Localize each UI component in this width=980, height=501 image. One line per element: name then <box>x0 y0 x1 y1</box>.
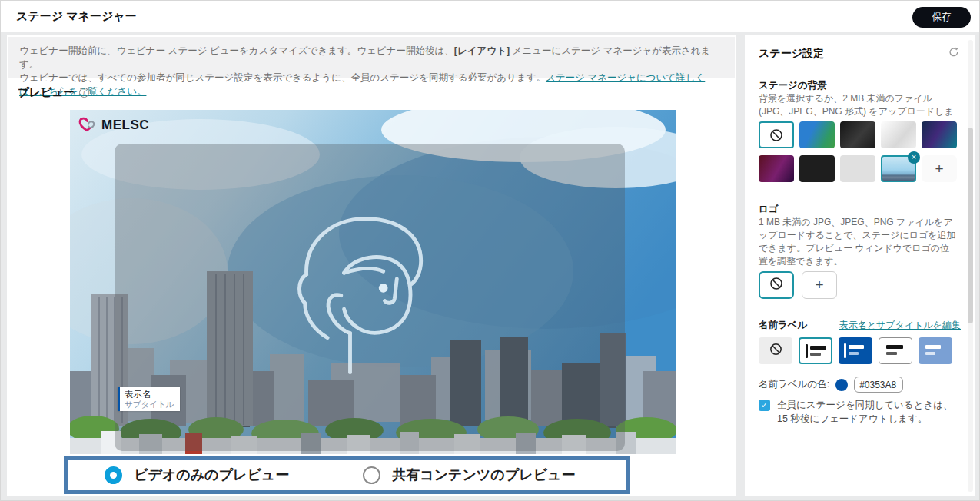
sync-fadeout-checkbox-row[interactable]: ✓ 全員にステージを同期しているときは、15 秒後にフェードアウトします。 <box>759 399 960 426</box>
sync-fadeout-label: 全員にステージを同期しているときは、15 秒後にフェードアウトします。 <box>777 399 960 426</box>
face-placeholder-icon <box>272 183 468 382</box>
page-title: ステージ マネージャー <box>16 9 137 24</box>
info-line1-pre: ウェビナー開始前に、ウェビナー ステージ ビューをカスタマイズできます。ウェビナ… <box>19 45 454 56</box>
radio-shared-content-label: 共有コンテンツのプレビュー <box>392 466 575 484</box>
background-section-title: ステージの背景 <box>759 79 827 92</box>
add-icon: + <box>935 161 943 178</box>
name-label-color-label: 名前ラベルの色: <box>759 378 829 391</box>
name-label-style-none[interactable] <box>759 337 792 364</box>
info-line1-bold: [レイアウト] <box>454 45 510 56</box>
name-label-style-periwinkle[interactable] <box>919 337 952 364</box>
radio-selected-icon[interactable] <box>105 466 122 484</box>
refresh-icon[interactable] <box>948 47 959 60</box>
name-label-color-row: 名前ラベルの色: <box>759 377 903 393</box>
save-button[interactable]: 保存 <box>912 7 971 28</box>
radio-video-only[interactable]: ビデオのみのプレビュー <box>105 466 289 484</box>
name-label-style-row <box>759 337 952 364</box>
background-thumb-add[interactable]: + <box>922 155 957 182</box>
top-header: ステージ マネージャー 保存 <box>1 1 980 32</box>
name-label-style-dark-blue[interactable] <box>839 337 872 364</box>
name-label-section-title: 名前ラベル <box>759 319 807 332</box>
radio-unselected-icon[interactable] <box>363 466 380 484</box>
name-label-style-light-left-bar[interactable] <box>799 337 832 364</box>
remove-thumbnail-icon[interactable]: × <box>908 151 920 164</box>
stage-settings-sidebar: ステージ設定 ステージの背景 背景を選択するか、2 MB 未満のファイル (JP… <box>745 35 975 496</box>
video-tile: 表示名 サブタイトル <box>115 144 625 451</box>
background-thumb-light-gray[interactable] <box>840 155 875 182</box>
background-thumb-silver[interactable] <box>881 121 916 148</box>
stage-manager-screen: ステージ マネージャー 保存 ウェビナー開始前に、ウェビナー ステージ ビューを… <box>0 0 980 501</box>
background-thumb-red-purple[interactable] <box>759 155 794 182</box>
logo-option-row: + <box>759 271 837 299</box>
logo-section-description: 1 MB 未満の JPG、JPEG、PNG ファイルをアップロードすることで、ス… <box>759 216 957 268</box>
edit-display-name-link[interactable]: 表示名とサブタイトルを編集 <box>839 319 961 332</box>
sidebar-scrollbar-thumb[interactable] <box>968 128 973 323</box>
main-panel: ウェビナー開始前に、ウェビナー ステージ ビューをカスタマイズできます。ウェビナ… <box>7 35 736 496</box>
name-label-style-light-plain[interactable] <box>879 337 912 364</box>
name-label-color-input[interactable] <box>854 377 903 393</box>
heart-logo-icon <box>78 116 98 134</box>
info-icon[interactable]: i <box>79 88 89 98</box>
subtitle-text: サブタイトル <box>125 400 174 409</box>
radio-video-only-label: ビデオのみのプレビュー <box>134 466 289 484</box>
add-icon: + <box>815 277 823 294</box>
background-thumb-dark-wave[interactable] <box>840 121 875 148</box>
background-thumb-city-photo[interactable]: × <box>881 155 916 182</box>
preview-section-title: プレビュー <box>18 85 75 100</box>
name-label-color-swatch[interactable] <box>835 379 848 391</box>
background-thumb-blue-green[interactable] <box>799 121 835 148</box>
preview-heading: プレビュー i <box>18 83 89 101</box>
info-banner: ウェビナー開始前に、ウェビナー ステージ ビューをカスタマイズできます。ウェビナ… <box>8 37 735 78</box>
no-background-icon <box>769 128 784 143</box>
logo-option-none[interactable] <box>759 271 794 299</box>
checkbox-check-icon[interactable]: ✓ <box>759 400 770 411</box>
background-thumb-teal-purple[interactable] <box>922 121 957 148</box>
info-line2-text: ウェビナーでは、すべての参加者が同じステージ設定を表示できるように、全員のステー… <box>19 72 546 83</box>
stage-logo[interactable]: MELSC <box>78 116 149 134</box>
no-name-label-icon <box>769 342 783 360</box>
background-thumb-black[interactable] <box>799 155 835 182</box>
radio-shared-content[interactable]: 共有コンテンツのプレビュー <box>363 466 575 484</box>
logo-option-add[interactable]: + <box>802 271 837 299</box>
background-thumb-none[interactable] <box>759 121 794 148</box>
stage-logo-text: MELSC <box>101 118 149 133</box>
logo-section-title: ロゴ <box>759 203 779 216</box>
sidebar-title: ステージ設定 <box>759 47 824 61</box>
no-logo-icon <box>769 276 784 294</box>
display-name-text: 表示名 <box>125 389 174 400</box>
preview-mode-radio-bar: ビデオのみのプレビュー 共有コンテンツのプレビュー <box>64 456 630 494</box>
background-thumbnail-grid: × + <box>759 121 957 182</box>
name-label-overlay[interactable]: 表示名 サブタイトル <box>118 387 180 411</box>
preview-stage: MELSC <box>70 110 676 454</box>
